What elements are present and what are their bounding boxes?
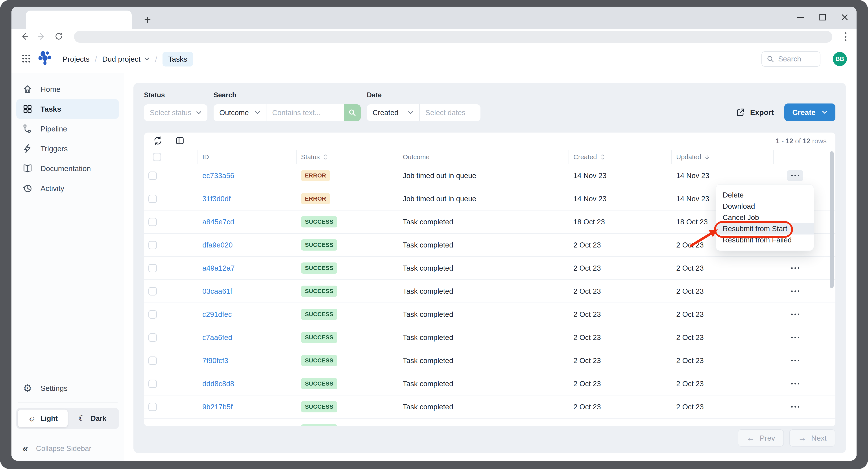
column-header-outcome[interactable]: Outcome (398, 150, 569, 164)
row-id-link[interactable]: 03caa61f (203, 287, 232, 295)
export-button[interactable]: Export (736, 108, 774, 117)
status-badge: SUCCESS (301, 424, 337, 426)
theme-light-button[interactable]: ☼ Light (18, 410, 68, 427)
row-checkbox[interactable] (148, 356, 157, 365)
status-badge: SUCCESS (301, 401, 337, 412)
row-actions-button[interactable] (787, 332, 803, 343)
column-header-updated[interactable]: Updated (672, 150, 774, 164)
sidebar-item-settings[interactable]: ⚙ Settings (16, 379, 119, 398)
row-actions-button[interactable] (787, 309, 803, 320)
browser-menu-icon[interactable] (842, 32, 848, 41)
close-button[interactable] (840, 13, 849, 23)
row-updated: 18 Oct 23 (676, 218, 708, 226)
row-updated: 14 Nov 23 (676, 195, 709, 203)
row-checkbox[interactable] (148, 333, 157, 342)
select-all-checkbox[interactable] (153, 153, 161, 161)
create-button[interactable]: Create (784, 103, 835, 121)
column-header-status[interactable]: Status (297, 150, 398, 164)
browser-tab[interactable] (26, 10, 132, 29)
row-actions-button[interactable] (787, 286, 803, 297)
row-id-link[interactable]: ddd8c8d8 (203, 380, 234, 388)
row-id-link[interactable]: ec733a56 (203, 171, 234, 180)
row-actions-button[interactable] (787, 401, 803, 412)
avatar[interactable]: BB (833, 52, 847, 66)
breadcrumb-project[interactable]: Dud project (102, 55, 150, 63)
row-checkbox[interactable] (148, 264, 157, 272)
prev-page-button[interactable]: ← Prev (738, 429, 784, 446)
table-row: ddd8c8d8 SUCCESS Task completed 2 Oct 23… (144, 372, 835, 396)
row-id-link[interactable]: a845e7cd (203, 218, 234, 226)
row-actions-button[interactable] (787, 355, 803, 366)
reload-icon[interactable] (54, 31, 64, 42)
row-updated: 2 Oct 23 (676, 426, 704, 427)
maximize-button[interactable] (818, 13, 827, 23)
app-logo[interactable] (37, 51, 53, 67)
next-page-button[interactable]: → Next (789, 429, 835, 446)
row-actions-button[interactable] (787, 170, 803, 181)
app-launcher-icon[interactable] (21, 54, 31, 64)
sidebar-item-pipeline[interactable]: Pipeline (16, 119, 119, 139)
search-text-input[interactable]: Contains text... (267, 104, 344, 121)
table-scrollbar[interactable] (830, 151, 834, 288)
breadcrumb-projects[interactable]: Projects (63, 55, 90, 63)
breadcrumb-current-tasks[interactable]: Tasks (162, 52, 193, 66)
column-header-id[interactable]: ID (198, 150, 297, 164)
row-actions-button[interactable] (787, 263, 803, 274)
row-id-link[interactable]: dfa9e020 (203, 241, 233, 249)
row-actions-button[interactable] (787, 378, 803, 389)
address-bar[interactable] (74, 31, 832, 43)
theme-toggle: ☼ Light ☾ Dark (16, 408, 119, 429)
sidebar-item-home[interactable]: Home (16, 79, 119, 99)
context-menu-item[interactable]: Delete (716, 189, 814, 200)
row-created: 2 Oct 23 (574, 380, 601, 388)
sidebar-item-documentation[interactable]: Documentation (16, 159, 119, 178)
global-search-input[interactable]: Search (762, 51, 820, 67)
table-row: c7aa6fed SUCCESS Task completed 2 Oct 23… (144, 326, 835, 349)
row-created: 14 Nov 23 (574, 195, 607, 203)
date-field-select[interactable]: Created (367, 104, 420, 121)
theme-dark-button[interactable]: ☾ Dark (68, 410, 117, 427)
minimize-button[interactable] (796, 13, 805, 23)
chevron-down-icon (254, 111, 260, 115)
row-checkbox[interactable] (148, 171, 157, 180)
columns-icon[interactable] (175, 136, 185, 147)
sidebar-item-tasks[interactable]: Tasks (16, 99, 119, 119)
row-id-link[interactable]: a8b6a1db (203, 426, 235, 427)
refresh-icon[interactable] (153, 136, 163, 147)
row-checkbox[interactable] (148, 218, 157, 226)
row-id-link[interactable]: a49a12a7 (203, 264, 235, 272)
search-filter: Search Outcome Contains text... (214, 91, 361, 121)
status-filter-label: Status (144, 91, 208, 99)
row-checkbox[interactable] (148, 380, 157, 388)
row-checkbox[interactable] (148, 287, 157, 295)
search-submit-button[interactable] (344, 104, 361, 121)
row-created: 2 Oct 23 (574, 310, 601, 319)
status-select[interactable]: Select status (144, 104, 208, 121)
row-id-link[interactable]: 9b217b5f (203, 403, 233, 411)
row-id-link[interactable]: c291dfec (203, 310, 232, 319)
sidebar-item-activity[interactable]: Activity (16, 178, 119, 198)
breadcrumb: Projects / Dud project / Tasks (63, 52, 193, 66)
date-range-input[interactable]: Select dates (420, 104, 480, 121)
sidebar-item-triggers[interactable]: Triggers (16, 139, 119, 159)
row-checkbox[interactable] (148, 241, 157, 249)
status-badge: SUCCESS (301, 216, 337, 227)
row-updated: 2 Oct 23 (676, 356, 704, 365)
row-id-link[interactable]: c7aa6fed (203, 333, 232, 342)
filters: Status Select status Search (144, 91, 835, 121)
row-outcome: Task completed (403, 380, 453, 388)
new-tab-button[interactable]: + (141, 13, 154, 26)
forward-icon[interactable] (36, 31, 47, 42)
collapse-sidebar-button[interactable]: « Collapse Sidebar (16, 439, 119, 455)
column-header-created[interactable]: Created (569, 150, 672, 164)
row-id-link[interactable]: 7f90fcf3 (203, 356, 228, 365)
context-menu-item[interactable]: Download (716, 200, 814, 212)
row-checkbox[interactable] (148, 310, 157, 319)
row-checkbox[interactable] (148, 403, 157, 411)
search-field-select[interactable]: Outcome (214, 104, 267, 121)
row-checkbox[interactable] (148, 195, 157, 203)
row-id-link[interactable]: 31f3d0df (203, 195, 230, 203)
row-actions-button[interactable] (787, 425, 803, 427)
back-icon[interactable] (20, 31, 30, 42)
row-checkbox[interactable] (148, 426, 157, 427)
